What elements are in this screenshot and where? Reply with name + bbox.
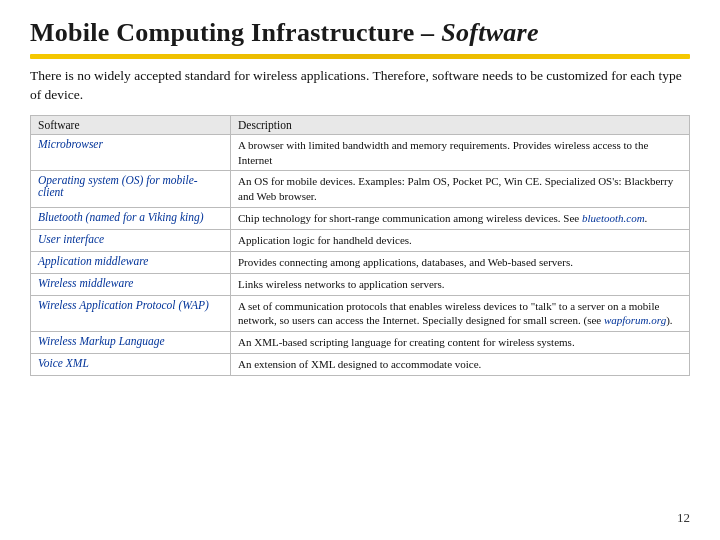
page-number: 12 — [677, 510, 690, 526]
table-row: Application middlewareProvides connectin… — [31, 251, 690, 273]
table-row: Wireless Application Protocol (WAP)A set… — [31, 295, 690, 332]
title-main: Mobile Computing Infrastructure — [30, 18, 415, 47]
col-header-description: Description — [231, 115, 690, 134]
table-row: Wireless Markup LanguageAn XML-based scr… — [31, 332, 690, 354]
software-name-cell: Application middleware — [31, 251, 231, 273]
software-name-cell: Wireless Markup Language — [31, 332, 231, 354]
title-suffix-text: – Software — [421, 18, 538, 47]
description-cell: Links wireless networks to application s… — [231, 273, 690, 295]
software-table: Software Description MicrobrowserA brows… — [30, 115, 690, 376]
table-row: Voice XMLAn extension of XML designed to… — [31, 354, 690, 376]
software-name-cell: Wireless Application Protocol (WAP) — [31, 295, 231, 332]
software-name-cell: Operating system (OS) for mobile-client — [31, 171, 231, 208]
slide: Mobile Computing Infrastructure – Softwa… — [0, 0, 720, 540]
table-row: Operating system (OS) for mobile-clientA… — [31, 171, 690, 208]
col-header-software: Software — [31, 115, 231, 134]
table-row: Bluetooth (named for a Viking king)Chip … — [31, 208, 690, 230]
description-cell: An extension of XML designed to accommod… — [231, 354, 690, 376]
software-name-cell: User interface — [31, 230, 231, 252]
description-cell: An XML-based scripting language for crea… — [231, 332, 690, 354]
intro-paragraph: There is no widely accepted standard for… — [30, 67, 690, 105]
software-name-cell: Microbrowser — [31, 134, 231, 171]
slide-title: Mobile Computing Infrastructure – Softwa… — [30, 18, 690, 48]
description-cell: Provides connecting among applications, … — [231, 251, 690, 273]
table-row: User interfaceApplication logic for hand… — [31, 230, 690, 252]
description-cell: Chip technology for short-range communic… — [231, 208, 690, 230]
table-header-row: Software Description — [31, 115, 690, 134]
table-row: Wireless middlewareLinks wireless networ… — [31, 273, 690, 295]
description-cell: Application logic for handheld devices. — [231, 230, 690, 252]
table-row: MicrobrowserA browser with limited bandw… — [31, 134, 690, 171]
decorative-line — [30, 54, 690, 59]
description-cell: A browser with limited bandwidth and mem… — [231, 134, 690, 171]
software-name-cell: Bluetooth (named for a Viking king) — [31, 208, 231, 230]
description-cell: A set of communication protocols that en… — [231, 295, 690, 332]
software-name-cell: Wireless middleware — [31, 273, 231, 295]
software-name-cell: Voice XML — [31, 354, 231, 376]
description-cell: An OS for mobile devices. Examples: Palm… — [231, 171, 690, 208]
